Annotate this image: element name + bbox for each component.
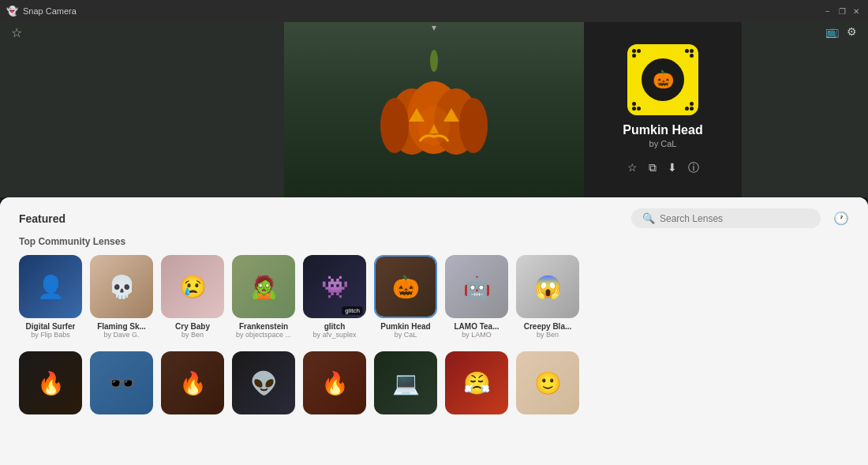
lens-row-2: 🔥🕶️🔥👽🔥💻😤🙂 [0,351,868,431]
lens-thumbnail: 🙂 [516,351,579,414]
snap-panel: 🎃 Pumkin Head by CaL ☆ ⧉ ⬇ ⓘ [584,22,742,197]
lens-name-label: glitch [324,322,346,331]
lens-item[interactable]: 🧟Frankensteinby objectspace ... [232,255,295,339]
favorite-icon[interactable]: ☆ [627,161,638,175]
main-content: Featured 🔍 🕐 Top Community Lenses 👤Digit… [0,197,868,465]
camera-area: ▾ 🎃 Pumkin Head by CaL ☆ ⧉ ⬇ ⓘ [0,22,868,197]
lens-thumbnail: 😢 [161,255,224,318]
search-area: 🔍 🕐 [631,208,849,228]
history-icon[interactable]: 🕐 [833,211,849,226]
lens-thumbnail: 🕶️ [90,351,153,414]
lens-name-label: Frankenstein [239,322,288,331]
close-button[interactable]: ✕ [851,6,862,17]
lens-item[interactable]: 💻 [374,351,437,418]
lens-author-label: by afv_suplex [312,331,356,339]
info-icon[interactable]: ⓘ [688,161,699,175]
search-input[interactable] [660,213,810,224]
lens-item[interactable]: 😱Creepy Bla...by Ben [516,255,579,339]
lens-name: Pumkin Head [623,123,702,137]
lens-name-label: Digital Surfer [26,322,76,331]
lens-item[interactable]: 😤 [445,351,508,418]
lens-item[interactable]: 😢Cry Babyby Ben [161,255,224,339]
minimize-button[interactable]: − [822,6,833,17]
lens-item[interactable]: 🔥 [19,351,82,418]
top-bar: Featured 🔍 🕐 [0,197,868,233]
lens-row-1: 👤Digital Surferby Flip Babs💀Flaming Sk..… [0,255,868,351]
lens-item[interactable]: 🔥 [303,351,366,418]
title-bar-left: 👻 Snap Camera [6,6,77,17]
lens-item[interactable]: 🎃Pumkin Headby CaL [374,255,437,339]
star-button[interactable]: ☆ [11,25,22,40]
lens-author-label: by objectspace ... [236,331,291,339]
lens-name-label: Creepy Bla... [524,322,572,331]
lens-thumbnail: 💀 [90,255,153,318]
twitch-icon[interactable]: 📺 [825,25,839,38]
pumpkin-emoji: 🎃 [653,69,674,90]
camera-preview [284,22,584,197]
lens-name-label: Pumkin Head [380,322,430,331]
lens-item[interactable]: 🙂 [516,351,579,418]
lens-thumbnail: 😱 [516,255,579,318]
settings-icon[interactable]: ⚙ [847,25,857,38]
snapcode-center: 🎃 [639,56,687,103]
title-bar: 👻 Snap Camera − ❐ ✕ [0,0,868,22]
lens-name-label: Cry Baby [175,322,210,331]
pumpkin-graphic [379,39,489,181]
copy-icon[interactable]: ⧉ [649,161,657,175]
lens-author-label: by Ben [181,331,204,339]
lens-author-label: by Flip Babs [31,331,70,339]
app-title: Snap Camera [23,6,77,16]
search-icon: 🔍 [642,212,655,224]
search-bar: 🔍 [631,208,821,228]
lens-thumbnail: 🤖 [445,255,508,318]
title-bar-controls: − ❐ ✕ [822,6,862,17]
lens-name-label: Flaming Sk... [97,322,146,331]
snapcode: 🎃 [627,44,698,115]
svg-point-9 [418,106,450,145]
lens-author-label: by Ben [537,331,559,339]
lens-thumbnail: 👽 [232,351,295,414]
restore-button[interactable]: ❐ [836,6,847,17]
lens-item[interactable]: 👤Digital Surferby Flip Babs [19,255,82,339]
lens-thumbnail: 🧟 [232,255,295,318]
lens-item[interactable]: 🤖LAMO Tea...by LAMO [445,255,508,339]
snap-actions: ☆ ⧉ ⬇ ⓘ [627,161,699,175]
lens-thumbnail: 🔥 [161,351,224,414]
top-right-icons: 📺 ⚙ [825,25,857,38]
lens-author-label: by LAMO [462,331,492,339]
lens-thumbnail: 🎃 [374,255,437,318]
lens-author: by CaL [649,139,677,148]
svg-point-4 [380,98,409,153]
lens-thumbnail: 🔥 [19,351,82,414]
lens-author-label: by CaL [395,331,417,339]
lens-item[interactable]: 🕶️ [90,351,153,418]
lens-thumbnail: 😤 [445,351,508,414]
download-icon[interactable]: ⬇ [668,161,677,175]
lens-thumbnail: 👤 [19,255,82,318]
camera-chevron: ▾ [432,22,436,33]
lens-item[interactable]: 👽 [232,351,295,418]
lens-thumbnail: 👾glitch [303,255,366,318]
lens-thumbnail: 💻 [374,351,437,414]
lens-item[interactable]: 💀Flaming Sk...by Dave G. [90,255,153,339]
app-icon: 👻 [6,6,18,17]
lens-author-label: by Dave G. [103,331,139,339]
lens-thumbnail: 🔥 [303,351,366,414]
lens-name-label: LAMO Tea... [454,322,499,331]
svg-point-0 [430,50,438,72]
featured-label: Featured [19,212,65,225]
lens-item[interactable]: 👾glitchglitchby afv_suplex [303,255,366,339]
lens-item[interactable]: 🔥 [161,351,224,418]
section-label: Top Community Lenses [0,233,868,255]
svg-point-5 [459,98,488,153]
